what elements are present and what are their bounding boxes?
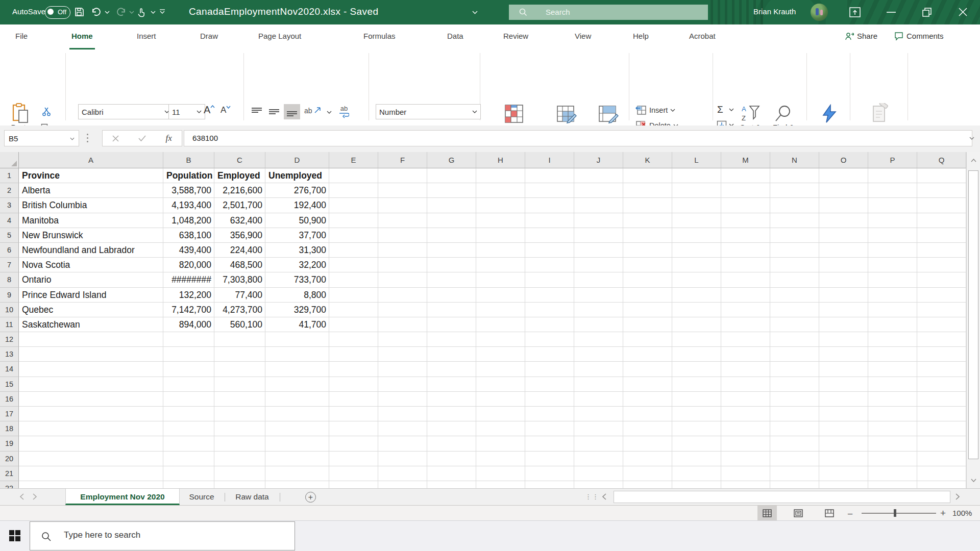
comments-button[interactable]: Comments <box>894 24 944 48</box>
horizontal-scrollbar[interactable] <box>614 491 950 503</box>
scroll-down-button[interactable] <box>967 472 980 488</box>
row-header-1[interactable]: 1 <box>0 168 19 183</box>
cell-D6[interactable]: 31,300 <box>265 243 329 258</box>
zoom-out-button[interactable]: − <box>847 509 853 520</box>
increase-font-size-button[interactable]: A <box>204 104 215 116</box>
insert-cells-button[interactable]: Insert <box>635 105 675 115</box>
cell-B7[interactable]: 820,000 <box>163 258 214 272</box>
ribbon-tab-file[interactable]: File <box>13 24 30 48</box>
row-header-7[interactable]: 7 <box>0 258 19 272</box>
row-header-21[interactable]: 21 <box>0 466 19 481</box>
row-header-2[interactable]: 2 <box>0 183 19 198</box>
column-header-Q[interactable]: Q <box>917 152 966 168</box>
sheet-tab-raw-data[interactable]: Raw data <box>226 489 279 505</box>
autosave-toggle[interactable]: Off <box>45 6 70 19</box>
new-sheet-button[interactable]: + <box>305 492 316 503</box>
zoom-slider-track[interactable] <box>862 513 936 514</box>
select-all-button[interactable] <box>0 152 19 168</box>
vertical-scrollbar[interactable] <box>966 152 980 488</box>
cell-B8[interactable]: ######## <box>163 272 214 287</box>
cell-D3[interactable]: 192,400 <box>265 198 329 213</box>
cell-C7[interactable]: 468,500 <box>214 258 265 272</box>
restore-icon[interactable] <box>922 7 932 17</box>
zoom-level[interactable]: 100% <box>952 509 972 517</box>
cell-C1[interactable]: Employed <box>214 168 265 183</box>
cell-A3[interactable]: British Columbia <box>19 198 163 213</box>
ribbon-tab-draw[interactable]: Draw <box>198 24 220 48</box>
cell-A2[interactable]: Alberta <box>19 183 163 198</box>
ribbon-tab-formulas[interactable]: Formulas <box>361 24 398 48</box>
row-header-9[interactable]: 9 <box>0 288 19 303</box>
column-header-A[interactable]: A <box>19 152 163 168</box>
cut-icon[interactable] <box>42 107 51 116</box>
cell-C8[interactable]: 7,303,800 <box>214 272 265 287</box>
column-header-H[interactable]: H <box>476 152 525 168</box>
row-header-8[interactable]: 8 <box>0 272 19 287</box>
orientation-button[interactable]: ab <box>304 106 322 115</box>
column-header-I[interactable]: I <box>525 152 574 168</box>
ribbon-tab-insert[interactable]: Insert <box>135 24 158 48</box>
row-header-11[interactable]: 11 <box>0 317 19 332</box>
ribbon-tab-view[interactable]: View <box>573 24 593 48</box>
column-header-K[interactable]: K <box>623 152 672 168</box>
scroll-up-button[interactable] <box>967 152 980 168</box>
cell-A7[interactable]: Nova Scotia <box>19 258 163 272</box>
title-dropdown-icon[interactable] <box>472 11 478 14</box>
cell-B9[interactable]: 132,200 <box>163 288 214 303</box>
start-button[interactable] <box>9 530 20 541</box>
account-name[interactable]: Brian Krauth <box>753 7 796 16</box>
font-name-select[interactable]: Calibri <box>78 104 173 119</box>
row-header-13[interactable]: 13 <box>0 347 19 362</box>
middle-align-icon[interactable] <box>268 107 280 116</box>
autosum-dropdown-icon[interactable] <box>729 108 734 111</box>
autosum-button[interactable]: Σ <box>717 104 723 115</box>
row-header-20[interactable]: 20 <box>0 452 19 466</box>
ribbon-tab-help[interactable]: Help <box>631 24 651 48</box>
ribbon-tab-acrobat[interactable]: Acrobat <box>687 24 718 48</box>
column-header-F[interactable]: F <box>378 152 427 168</box>
page-break-preview-button[interactable] <box>820 506 839 520</box>
column-header-J[interactable]: J <box>574 152 623 168</box>
sheet-tab-source[interactable]: Source <box>180 489 224 505</box>
cell-D11[interactable]: 41,700 <box>265 317 329 332</box>
cell-C5[interactable]: 356,900 <box>214 228 265 243</box>
row-header-17[interactable]: 17 <box>0 407 19 421</box>
cell-C6[interactable]: 224,400 <box>214 243 265 258</box>
orientation-dropdown-icon[interactable] <box>327 111 332 114</box>
quick-access-customize-icon[interactable] <box>159 9 165 14</box>
name-box-dropdown-icon[interactable] <box>70 137 75 140</box>
insert-function-icon[interactable]: fx <box>166 133 172 143</box>
vertical-scroll-thumb[interactable] <box>968 170 978 459</box>
taskbar-search-box[interactable]: Type here to search <box>30 521 295 550</box>
cell-C2[interactable]: 2,216,600 <box>214 183 265 198</box>
touch-mode-icon[interactable] <box>136 7 147 18</box>
active-cell[interactable]: 638,100 <box>163 228 214 243</box>
row-header-22[interactable]: 22 <box>0 481 19 488</box>
cell-C10[interactable]: 4,273,700 <box>214 303 265 317</box>
scroll-left-icon[interactable] <box>602 493 606 500</box>
cell-A11[interactable]: Saskatchewan <box>19 317 163 332</box>
sheet-tab-employment[interactable]: Employment Nov 2020 <box>65 489 180 505</box>
cell-A6[interactable]: Newfoundland and Labrador <box>19 243 163 258</box>
cell-C9[interactable]: 77,400 <box>214 288 265 303</box>
cell-D7[interactable]: 32,200 <box>265 258 329 272</box>
ribbon-tab-page-layout[interactable]: Page Layout <box>256 24 303 48</box>
cell-D10[interactable]: 329,700 <box>265 303 329 317</box>
cell-B1[interactable]: Population <box>163 168 214 183</box>
cell-D1[interactable]: Unemployed <box>265 168 329 183</box>
column-header-N[interactable]: N <box>770 152 819 168</box>
row-header-16[interactable]: 16 <box>0 392 19 407</box>
row-header-4[interactable]: 4 <box>0 213 19 228</box>
number-format-select[interactable]: Number <box>376 104 481 119</box>
cell-D8[interactable]: 733,700 <box>265 272 329 287</box>
wrap-text-button[interactable]: ab <box>339 105 349 119</box>
cell-B6[interactable]: 439,400 <box>163 243 214 258</box>
tab-scroll-handle[interactable]: ⋮⋮ <box>585 493 599 500</box>
cell-D4[interactable]: 50,900 <box>265 213 329 228</box>
column-header-O[interactable]: O <box>819 152 868 168</box>
avatar[interactable] <box>811 4 828 21</box>
undo-dropdown-icon[interactable] <box>105 11 110 14</box>
row-header-18[interactable]: 18 <box>0 421 19 436</box>
font-size-select[interactable]: 11 <box>168 104 205 119</box>
column-header-D[interactable]: D <box>265 152 329 168</box>
